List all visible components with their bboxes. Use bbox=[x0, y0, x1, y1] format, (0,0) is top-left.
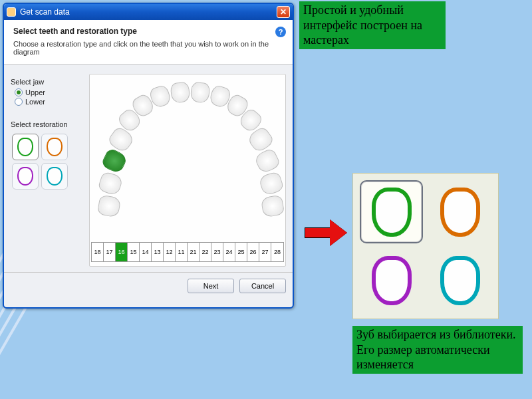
big-option-orange[interactable] bbox=[428, 180, 491, 243]
tooth-num-18[interactable]: 18 bbox=[92, 243, 104, 261]
tooth-icon bbox=[17, 167, 33, 186]
tooth-num-22[interactable]: 22 bbox=[200, 243, 211, 261]
tooth-icon bbox=[440, 256, 480, 305]
big-option-purple[interactable] bbox=[360, 249, 423, 312]
radio-upper-input[interactable] bbox=[15, 88, 23, 96]
arrow-icon bbox=[305, 219, 351, 246]
tooth-num-12[interactable]: 12 bbox=[164, 243, 176, 261]
radio-lower-input[interactable] bbox=[15, 98, 23, 106]
restoration-option-cyan[interactable] bbox=[41, 163, 68, 190]
app-icon bbox=[7, 7, 16, 17]
tooth-num-21[interactable]: 21 bbox=[188, 243, 200, 261]
tooth-icon bbox=[47, 167, 63, 186]
big-option-green[interactable] bbox=[360, 180, 423, 243]
tooth-icon bbox=[47, 138, 63, 156]
tooth-icon bbox=[440, 188, 480, 237]
big-option-cyan[interactable] bbox=[428, 249, 491, 312]
radio-upper-label: Upper bbox=[25, 88, 45, 96]
tooth-num-25[interactable]: 25 bbox=[235, 243, 247, 261]
restoration-grid bbox=[12, 134, 84, 190]
tooth-num-15[interactable]: 15 bbox=[128, 243, 140, 261]
tooth-num-17[interactable]: 17 bbox=[104, 243, 116, 261]
radio-lower[interactable]: Lower bbox=[15, 98, 84, 106]
tooth-26[interactable] bbox=[253, 148, 281, 175]
tooth-11[interactable] bbox=[170, 82, 191, 104]
next-button[interactable]: Next bbox=[188, 279, 234, 293]
tooth-num-27[interactable]: 27 bbox=[259, 243, 271, 261]
tooth-num-11[interactable]: 11 bbox=[176, 243, 188, 261]
scan-data-dialog: Get scan data ✕ Select teeth and restora… bbox=[3, 3, 294, 309]
tooth-28[interactable] bbox=[261, 194, 285, 217]
dialog-button-bar: Next Cancel bbox=[4, 272, 293, 299]
teeth-arch: 18 17 16 15 14 13 12 11 21 22 23 24 25 2… bbox=[89, 74, 286, 267]
radio-lower-label: Lower bbox=[25, 98, 45, 106]
window-title: Get scan data bbox=[20, 7, 70, 17]
big-restoration-palette bbox=[352, 173, 499, 319]
restoration-option-green[interactable] bbox=[12, 134, 39, 160]
help-icon[interactable]: ? bbox=[275, 27, 286, 37]
titlebar[interactable]: Get scan data ✕ bbox=[4, 4, 293, 20]
dialog-body: Select jaw Upper Lower Select restoratio… bbox=[4, 65, 293, 272]
tooth-num-28[interactable]: 28 bbox=[271, 243, 283, 261]
tooth-num-13[interactable]: 13 bbox=[152, 243, 164, 261]
restoration-label: Select restoration bbox=[11, 120, 84, 128]
tooth-icon bbox=[17, 138, 33, 156]
restoration-option-orange[interactable] bbox=[41, 134, 68, 160]
restoration-option-purple[interactable] bbox=[12, 163, 39, 190]
jaw-label: Select jaw bbox=[11, 78, 84, 86]
radio-upper[interactable]: Upper bbox=[15, 88, 84, 96]
options-column: Select jaw Upper Lower Select restoratio… bbox=[11, 74, 84, 267]
tooth-num-26[interactable]: 26 bbox=[247, 243, 259, 261]
tooth-num-16[interactable]: 16 bbox=[116, 243, 128, 261]
caption-top: Простой и удобный интерфейс построен на … bbox=[299, 1, 446, 49]
tooth-16[interactable] bbox=[100, 148, 128, 175]
tooth-27[interactable] bbox=[258, 171, 285, 196]
dialog-header: Select teeth and restoration type Choose… bbox=[4, 20, 293, 65]
teeth-number-row: 18 17 16 15 14 13 12 11 21 22 23 24 25 2… bbox=[91, 242, 284, 262]
dialog-subheading: Choose a restoration type and click on t… bbox=[13, 40, 283, 56]
tooth-icon bbox=[372, 188, 412, 237]
close-button[interactable]: ✕ bbox=[277, 6, 290, 18]
caption-bottom: Зуб выбирается из библиотеки. Его размер… bbox=[352, 326, 523, 374]
tooth-21[interactable] bbox=[190, 82, 211, 104]
cancel-button[interactable]: Cancel bbox=[239, 279, 286, 293]
tooth-18[interactable] bbox=[97, 194, 122, 217]
tooth-icon bbox=[372, 256, 412, 305]
tooth-num-23[interactable]: 23 bbox=[211, 243, 223, 261]
tooth-17[interactable] bbox=[97, 171, 124, 196]
tooth-num-24[interactable]: 24 bbox=[223, 243, 235, 261]
tooth-num-14[interactable]: 14 bbox=[140, 243, 152, 261]
dialog-heading: Select teeth and restoration type bbox=[13, 27, 283, 36]
